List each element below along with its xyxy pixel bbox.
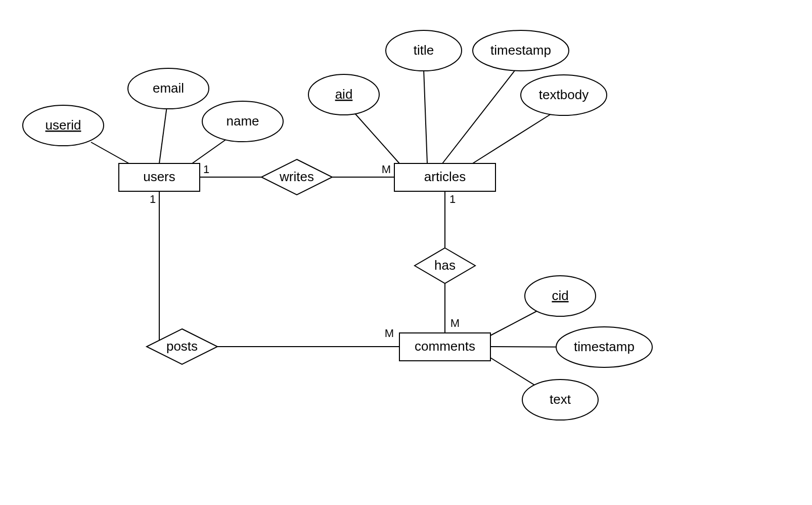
attribute-c-timestamp: timestamp	[556, 327, 652, 367]
entity-users: users	[119, 163, 200, 191]
attribute-userid: userid	[23, 105, 104, 146]
attribute-title: title	[386, 30, 462, 71]
attribute-email: email	[128, 68, 209, 109]
attribute-name: name	[202, 101, 283, 142]
attribute-text: text	[522, 380, 598, 420]
attribute-title-label: title	[414, 43, 434, 58]
attribute-a-timestamp-label: timestamp	[490, 43, 551, 58]
attribute-text-label: text	[550, 392, 571, 407]
attribute-textbody: textbody	[521, 75, 607, 115]
attribute-cid: cid	[525, 276, 596, 316]
cardinality-articles-has: 1	[449, 193, 456, 205]
relationship-posts-label: posts	[166, 339, 198, 354]
entity-articles-label: articles	[424, 169, 466, 184]
attribute-c-timestamp-label: timestamp	[574, 339, 635, 354]
relationship-has-label: has	[434, 258, 456, 273]
edge-users-name	[192, 137, 230, 163]
relationship-has: has	[415, 248, 475, 283]
edge-users-userid	[91, 142, 129, 163]
attribute-userid-label: userid	[46, 117, 81, 133]
edge-articles-textbody	[470, 112, 554, 165]
relationship-writes: writes	[261, 159, 332, 195]
attribute-email-label: email	[153, 80, 184, 96]
relationship-posts: posts	[147, 329, 217, 364]
cardinality-users-posts: 1	[150, 193, 156, 205]
entity-articles: articles	[394, 163, 495, 191]
attribute-name-label: name	[226, 113, 259, 129]
attribute-a-timestamp: timestamp	[473, 30, 569, 71]
cardinality-comments-has: M	[450, 317, 460, 329]
entity-comments: comments	[399, 333, 490, 361]
attribute-textbody-label: textbody	[539, 87, 589, 102]
entity-users-label: users	[143, 169, 175, 184]
edge-articles-aid	[354, 112, 399, 163]
edge-articles-timestamp	[442, 69, 516, 163]
attribute-aid: aid	[308, 74, 379, 115]
edge-users-email	[159, 107, 167, 163]
cardinality-users-writes: 1	[203, 163, 209, 176]
entity-comments-label: comments	[415, 339, 475, 354]
cardinality-articles-writes: M	[382, 163, 391, 176]
relationship-writes-label: writes	[279, 169, 314, 184]
attribute-cid-label: cid	[552, 288, 568, 303]
er-diagram: users articles comments writes has posts…	[0, 0, 812, 505]
edge-articles-title	[424, 69, 427, 163]
cardinality-comments-posts: M	[385, 327, 394, 340]
attribute-aid-label: aid	[335, 87, 353, 102]
